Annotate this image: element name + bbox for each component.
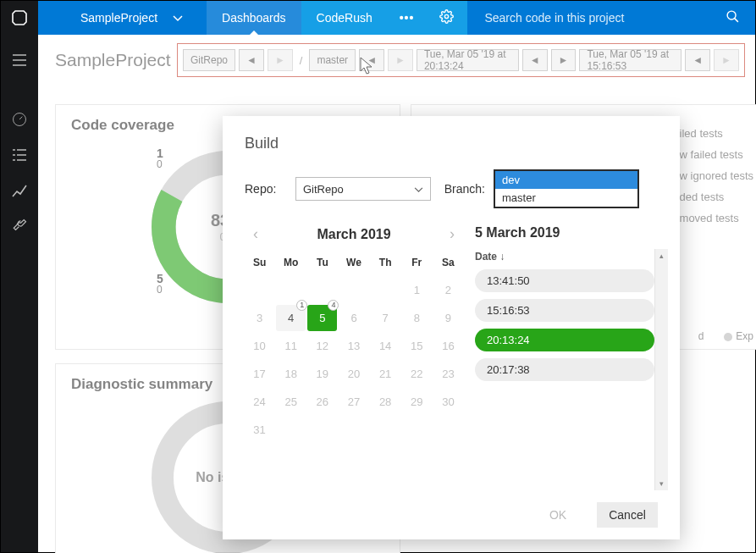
cal-day: 26 xyxy=(307,389,337,415)
cal-day[interactable]: 54 xyxy=(307,305,337,331)
project-dropdown[interactable]: SampleProject xyxy=(38,1,207,35)
search-field[interactable] xyxy=(467,1,755,35)
tab-dashboards[interactable]: Dashboards xyxy=(207,1,301,35)
bc-build2[interactable]: Tue, Mar 05 '19 at 15:16:53 xyxy=(579,49,682,71)
cal-day: 19 xyxy=(307,361,337,387)
cal-day: 18 xyxy=(276,361,306,387)
chevron-down-icon xyxy=(173,11,183,25)
cal-dow: Tu xyxy=(307,253,337,275)
rail-list-icon[interactable] xyxy=(1,138,38,172)
times-sort[interactable]: Date ↓ xyxy=(475,251,658,263)
cal-badge: 4 xyxy=(328,300,339,311)
rail-settings-icon[interactable] xyxy=(1,209,38,243)
tests-row: ew failed tests xyxy=(673,148,753,161)
search-icon xyxy=(726,9,740,26)
bc-build1-prev[interactable]: ◄ xyxy=(522,49,548,71)
cal-dow: Sa xyxy=(433,253,463,275)
gear-icon xyxy=(439,9,454,26)
cal-month: March 2019 xyxy=(317,227,390,242)
svg-point-1 xyxy=(727,11,736,19)
scroll-up-icon[interactable]: ▴ xyxy=(655,249,668,263)
cal-day: 23 xyxy=(433,361,463,387)
times-title: 5 March 2019 xyxy=(475,225,658,241)
bc-build1-next[interactable]: ► xyxy=(551,49,577,71)
repo-value: GitRepo xyxy=(303,183,344,196)
cal-badge: 1 xyxy=(296,300,307,311)
tests-row: ew ignored tests xyxy=(673,169,753,182)
cal-day: 29 xyxy=(402,389,432,415)
search-input[interactable] xyxy=(483,10,715,25)
cal-day[interactable]: 41 xyxy=(276,305,306,331)
branch-combo[interactable]: devmaster xyxy=(494,169,639,208)
tests-foot-exp: Exp xyxy=(736,330,753,342)
scroll-down-icon[interactable]: ▾ xyxy=(655,477,668,490)
scrollbar[interactable]: ▴ ▾ xyxy=(654,249,668,490)
cal-day: 3 xyxy=(245,305,274,331)
cal-day xyxy=(339,417,368,443)
hamburger-button[interactable] xyxy=(1,43,38,77)
time-option[interactable]: 13:41:50 xyxy=(475,269,654,292)
settings-button[interactable] xyxy=(426,1,467,35)
cal-day xyxy=(402,417,432,443)
build-dialog: Build Repo: GitRepo Branch: devmaster ‹ … xyxy=(223,116,680,539)
more-menu[interactable]: ••• xyxy=(388,1,427,35)
branch-label: Branch: xyxy=(439,182,485,196)
repo-combo[interactable]: GitRepo xyxy=(295,177,431,201)
app-logo[interactable] xyxy=(1,1,38,35)
project-name: SampleProject xyxy=(80,11,157,25)
bc-repo-next: ► xyxy=(268,49,293,71)
bc-sep: / xyxy=(296,54,306,67)
cancel-button[interactable]: Cancel xyxy=(597,502,658,528)
time-option[interactable]: 15:16:53 xyxy=(475,299,654,322)
cal-day: 17 xyxy=(245,361,274,387)
tests-foot-d: d xyxy=(698,330,704,342)
cal-day: 7 xyxy=(371,305,400,331)
cal-day xyxy=(339,277,368,303)
ok-button[interactable]: OK xyxy=(527,502,588,528)
cal-dow: Fr xyxy=(402,253,432,275)
svg-line-2 xyxy=(735,19,738,22)
breadcrumb: GitRepo ◄ ► / master ◄ ► Tue, Mar 05 '19… xyxy=(177,43,745,77)
page-title: SampleProject xyxy=(55,50,171,70)
cal-prev[interactable]: ‹ xyxy=(248,224,263,245)
cal-day: 11 xyxy=(276,333,306,359)
cal-day: 15 xyxy=(402,333,432,359)
cal-day xyxy=(371,417,400,443)
tests-row: ailed tests xyxy=(673,127,753,140)
rail-dashboard-icon[interactable] xyxy=(1,102,38,136)
cal-day: 12 xyxy=(307,333,337,359)
rail-chart-icon[interactable] xyxy=(1,174,38,207)
cal-day: 28 xyxy=(371,389,400,415)
cal-day: 27 xyxy=(339,389,368,415)
cal-day: 20 xyxy=(339,361,368,387)
cal-dow: We xyxy=(339,253,368,275)
cal-day: 2 xyxy=(433,277,463,303)
bc-branch-next: ► xyxy=(388,49,413,71)
cal-dow: Su xyxy=(245,253,274,275)
bc-repo-prev[interactable]: ◄ xyxy=(239,49,264,71)
chevron-down-icon xyxy=(414,183,423,196)
time-option[interactable]: 20:17:38 xyxy=(475,358,654,381)
branch-option[interactable]: dev xyxy=(495,171,637,189)
cal-day: 30 xyxy=(433,389,463,415)
bc-build1[interactable]: Tue, Mar 05 '19 at 20:13:24 xyxy=(417,49,519,71)
bc-build2-prev[interactable]: ◄ xyxy=(685,49,710,71)
cal-day xyxy=(245,277,274,303)
bc-repo[interactable]: GitRepo xyxy=(183,49,235,71)
cal-day: 22 xyxy=(402,361,432,387)
cal-day: 13 xyxy=(339,333,368,359)
branch-option[interactable]: master xyxy=(495,189,637,207)
cal-day xyxy=(371,277,400,303)
time-option[interactable]: 20:13:24 xyxy=(475,329,654,351)
svg-point-0 xyxy=(445,14,449,18)
bc-branch-prev[interactable]: ◄ xyxy=(359,49,384,71)
cal-day: 25 xyxy=(276,389,306,415)
coverage-tag-1: 10 xyxy=(157,147,163,169)
bc-branch[interactable]: master xyxy=(309,49,356,71)
tab-coderush[interactable]: CodeRush xyxy=(301,1,388,35)
cal-dow: Mo xyxy=(276,253,306,275)
cal-next[interactable]: › xyxy=(444,224,460,245)
cal-day: 24 xyxy=(245,389,274,415)
cal-day: 8 xyxy=(402,305,432,331)
cal-day xyxy=(307,417,337,443)
